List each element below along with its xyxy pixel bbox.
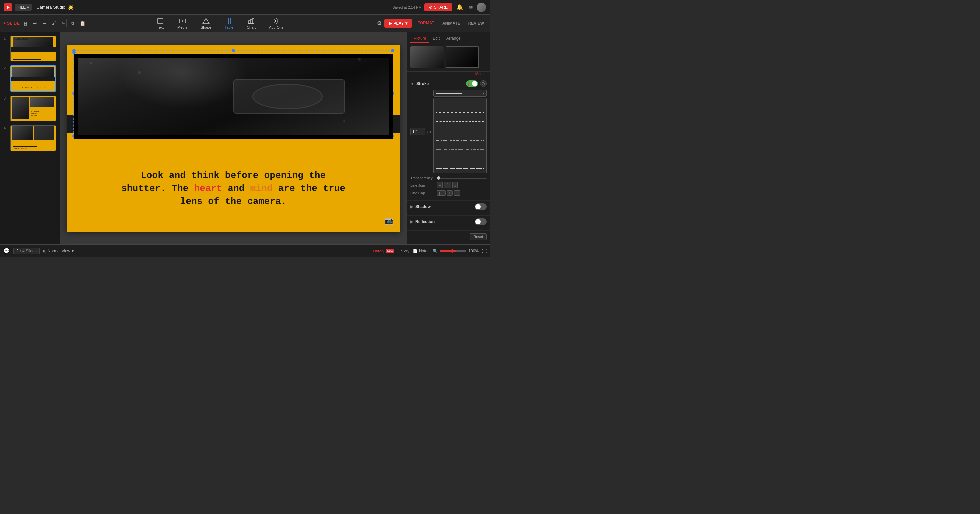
slide-canvas: Look and think before opening the shutte… — [67, 45, 400, 232]
reflection-toggle[interactable] — [475, 218, 487, 225]
shadow-section: ▶ Shadow — [407, 201, 490, 216]
line-style-dash-long-2[interactable] — [434, 164, 486, 173]
animate-tab-button[interactable]: ANIMATE — [440, 20, 463, 27]
arrange-tab[interactable]: Arrange — [443, 35, 464, 43]
slide-item[interactable]: 3 Be a Camera,Focus onyour click — [3, 95, 57, 123]
zoom-value: 100% — [468, 249, 479, 253]
line-cap-square[interactable]: □ — [454, 190, 460, 196]
library-new-badge: New — [386, 249, 395, 253]
media-tool-button[interactable]: Media — [175, 16, 190, 31]
reflection-collapse-button[interactable]: ▶ — [410, 219, 413, 224]
toggle-knob — [472, 81, 477, 86]
filter-preview-2[interactable] — [445, 46, 479, 68]
slide-thumbnail[interactable]: CAMERA STUDIO — [10, 36, 56, 61]
undo-button[interactable]: ↩ — [31, 20, 39, 27]
line-cap-butt[interactable]: |—| — [437, 190, 445, 196]
shadow-collapse-button[interactable]: ▶ — [410, 204, 413, 209]
right-panel: Picture Edit Arrange More... ↑ ▼ Stroke — [407, 32, 490, 244]
line-style-dash-dot[interactable] — [434, 126, 486, 136]
chart-tool-button[interactable]: Chart — [244, 16, 258, 31]
message-icon[interactable]: ✉ — [467, 3, 474, 12]
format-tab-button[interactable]: FORMAT — [415, 19, 437, 27]
line-style-solid[interactable] — [434, 98, 486, 108]
text-tool-button[interactable]: Text — [154, 16, 167, 31]
play-button[interactable]: ▶ PLAY ▾ — [384, 19, 412, 28]
slide-item[interactable]: 2 Look and think before opening the shut… — [3, 64, 57, 93]
paint-button[interactable]: 🖌 — [50, 20, 58, 27]
reset-button[interactable]: Reset — [470, 233, 487, 240]
shadow-toggle[interactable] — [475, 203, 487, 210]
review-tab-button[interactable]: REVIEW — [466, 20, 487, 27]
total-slides: 4 Slides — [22, 249, 37, 253]
shadow-toggle-knob — [475, 204, 480, 209]
slide-thumbnail[interactable]: Be a Camera,Focus onyour click — [10, 95, 56, 121]
line-style-dashed-short[interactable] — [434, 117, 486, 126]
slide-thumbnail[interactable]: BLURRYFOCUS — [10, 125, 56, 151]
stroke-more-button[interactable] — [480, 80, 487, 87]
line-style-dash-dot-2[interactable] — [434, 136, 486, 145]
line-join-options: ⌐ ⌒ ⌟ — [437, 182, 458, 188]
slide-text: Look and think before opening the shutte… — [67, 162, 400, 215]
zoom-slider[interactable] — [440, 250, 466, 251]
chat-button[interactable]: 💬 — [3, 248, 10, 254]
toolbar-right: ⚙ ▶ PLAY ▾ FORMAT ANIMATE REVIEW — [374, 19, 490, 28]
fullscreen-button[interactable]: ⛶ — [482, 248, 487, 254]
gallery-button[interactable]: Gallery — [398, 249, 409, 253]
add-slide-button[interactable]: + SLIDE — [3, 21, 20, 25]
svg-marker-0 — [7, 6, 10, 9]
line-join-round[interactable]: ⌒ — [444, 182, 451, 188]
picture-tab[interactable]: Picture — [410, 35, 430, 43]
image-container[interactable] — [73, 50, 393, 137]
addons-tool-button[interactable]: Add-Ons — [266, 16, 286, 31]
table-tool-button[interactable]: Table — [222, 16, 236, 31]
reflection-title: Reflection — [415, 219, 473, 224]
stroke-width-input[interactable] — [410, 128, 425, 135]
library-label: Library — [373, 249, 384, 253]
stroke-section: ▼ Stroke px ▾ — [407, 78, 490, 201]
slide-item[interactable]: 4 BLURRYFOCUS — [3, 124, 57, 152]
stroke-header: ▼ Stroke — [410, 80, 487, 87]
stroke-collapse-button[interactable]: ▼ — [410, 81, 414, 86]
resize-handle-tc[interactable] — [232, 49, 235, 53]
resize-handle-tr[interactable] — [391, 49, 395, 53]
more-filters-link[interactable]: More... — [407, 72, 490, 78]
redo-button[interactable]: ↪ — [41, 20, 48, 27]
transparency-slider[interactable] — [437, 178, 487, 179]
slide-panel: 1 CAMERA STUDIO 2 — [0, 32, 60, 244]
notification-icon[interactable]: 🔔 — [455, 3, 465, 12]
toolbar-center: Text Media Shape Table Chart Add-Ons — [67, 16, 374, 31]
slide-list: 1 CAMERA STUDIO 2 — [0, 32, 60, 244]
zoom-area: 🔍 100% — [433, 249, 479, 253]
svg-rect-15 — [253, 18, 254, 24]
slide-view-button[interactable]: ▦ — [22, 20, 29, 27]
line-cap-label: Line Cap — [410, 191, 437, 195]
line-style-dash-long[interactable] — [434, 154, 486, 164]
line-style-dropdown[interactable]: ▾ — [433, 90, 487, 97]
normal-view-button[interactable]: ⊞ Normal View ▾ — [43, 249, 74, 253]
shape-tool-button[interactable]: Shape — [198, 16, 214, 31]
resize-handle-tl[interactable] — [72, 49, 76, 53]
line-style-dropdown-container: ▾ — [433, 90, 487, 173]
scissors-button[interactable]: ✂ — [60, 20, 67, 27]
stroke-unit-label: px — [427, 130, 431, 134]
settings-button[interactable]: ⚙ — [377, 20, 382, 26]
user-avatar[interactable] — [477, 3, 486, 12]
line-join-row: Line Join ⌐ ⌒ ⌟ — [410, 182, 487, 188]
svg-point-18 — [482, 82, 485, 85]
line-style-dash-dot-3[interactable] — [434, 145, 486, 154]
save-status: Saved at 2:14 PM — [392, 5, 422, 10]
line-cap-round[interactable]: ○ — [447, 190, 453, 196]
line-join-bevel[interactable]: ⌟ — [452, 182, 458, 188]
slide-indicator: 2 / 4 Slides — [13, 248, 40, 254]
edit-tab[interactable]: Edit — [430, 35, 443, 43]
filter-preview-1[interactable] — [410, 46, 444, 68]
file-menu-button[interactable]: FILE ▾ — [15, 4, 32, 11]
arrow-indicator: ↑ — [467, 81, 470, 88]
notes-button[interactable]: 📄 Notes — [413, 249, 430, 253]
slide-thumbnail[interactable]: Look and think before opening the shutte… — [10, 65, 56, 92]
share-button[interactable]: ⊙ SHARE — [424, 3, 452, 11]
line-join-miter[interactable]: ⌐ — [437, 182, 443, 188]
library-button[interactable]: Library New — [373, 249, 395, 253]
slide-item[interactable]: 1 CAMERA STUDIO — [3, 35, 57, 62]
line-style-dotted[interactable] — [434, 108, 486, 117]
